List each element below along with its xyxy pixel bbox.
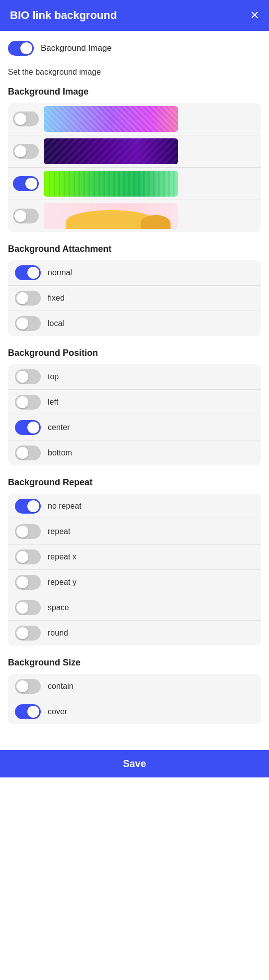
attachment-normal-label: normal	[48, 268, 72, 277]
size-contain-toggle[interactable]	[15, 679, 41, 694]
position-top-label: top	[48, 372, 59, 381]
position-bottom-toggle[interactable]	[15, 445, 41, 460]
repeat-option-space[interactable]: space	[8, 595, 261, 621]
position-center-label: center	[48, 423, 70, 432]
save-button[interactable]: Save	[8, 758, 261, 769]
image-2-toggle[interactable]	[13, 144, 39, 159]
repeat-repeat-x-toggle[interactable]	[15, 549, 41, 564]
page-title: BIO link background	[10, 9, 117, 22]
repeat-option-repeat[interactable]: repeat	[8, 519, 261, 544]
repeat-option-no-repeat[interactable]: no repeat	[8, 494, 261, 519]
background-size-heading: Background Size	[8, 657, 261, 668]
repeat-repeat-y-label: repeat y	[48, 578, 77, 587]
background-attachment-heading: Background Attachment	[8, 244, 261, 254]
background-image-toggle[interactable]	[8, 41, 34, 56]
attachment-fixed-toggle[interactable]	[15, 291, 41, 306]
repeat-round-toggle[interactable]	[15, 626, 41, 641]
image-1-toggle[interactable]	[13, 111, 39, 126]
size-cover-label: cover	[48, 707, 67, 716]
size-option-cover[interactable]: cover	[8, 699, 261, 724]
background-attachment-group: normal fixed local	[8, 260, 261, 336]
repeat-repeat-y-toggle[interactable]	[15, 575, 41, 590]
background-image-toggle-row: Background Image	[8, 41, 261, 56]
close-button[interactable]: ✕	[250, 10, 259, 21]
background-repeat-heading: Background Repeat	[8, 477, 261, 488]
image-options-group	[8, 103, 261, 232]
img-4-shape	[66, 210, 156, 229]
attachment-option-normal[interactable]: normal	[8, 260, 261, 286]
position-option-bottom[interactable]: bottom	[8, 440, 261, 465]
repeat-option-round[interactable]: round	[8, 621, 261, 646]
image-4-toggle[interactable]	[13, 209, 39, 223]
image-preview-4	[44, 203, 178, 229]
image-3-toggle[interactable]	[13, 176, 39, 191]
image-preview-3	[44, 171, 178, 197]
section-subtitle: Set the background image	[8, 68, 261, 77]
attachment-local-label: local	[48, 319, 64, 328]
size-cover-toggle[interactable]	[15, 704, 41, 719]
position-center-toggle[interactable]	[15, 420, 41, 435]
attachment-local-toggle[interactable]	[15, 316, 41, 331]
position-option-top[interactable]: top	[8, 364, 261, 390]
attachment-normal-toggle[interactable]	[15, 265, 41, 280]
background-image-heading: Background Image	[8, 87, 261, 97]
repeat-no-repeat-label: no repeat	[48, 502, 82, 511]
image-option-3[interactable]	[8, 168, 261, 200]
repeat-option-repeat-x[interactable]: repeat x	[8, 544, 261, 570]
background-image-toggle-label: Background Image	[41, 43, 112, 53]
main-content: Background Image Set the background imag…	[0, 31, 269, 746]
size-contain-label: contain	[48, 682, 74, 691]
position-option-left[interactable]: left	[8, 390, 261, 415]
position-top-toggle[interactable]	[15, 369, 41, 384]
background-repeat-group: no repeat repeat repeat x repeat y space	[8, 494, 261, 646]
image-option-2[interactable]	[8, 135, 261, 168]
position-bottom-label: bottom	[48, 448, 72, 457]
repeat-round-label: round	[48, 629, 68, 638]
image-preview-2	[44, 138, 178, 164]
repeat-repeat-label: repeat	[48, 527, 70, 536]
background-position-group: top left center bottom	[8, 364, 261, 465]
repeat-option-repeat-y[interactable]: repeat y	[8, 570, 261, 595]
repeat-space-label: space	[48, 603, 69, 612]
attachment-option-fixed[interactable]: fixed	[8, 286, 261, 311]
image-preview-1	[44, 106, 178, 132]
size-option-contain[interactable]: contain	[8, 674, 261, 699]
position-left-toggle[interactable]	[15, 395, 41, 410]
image-option-4[interactable]	[8, 200, 261, 232]
repeat-no-repeat-toggle[interactable]	[15, 499, 41, 514]
repeat-space-toggle[interactable]	[15, 600, 41, 615]
position-option-center[interactable]: center	[8, 415, 261, 440]
position-left-label: left	[48, 398, 58, 407]
attachment-fixed-label: fixed	[48, 294, 65, 303]
background-position-heading: Background Position	[8, 348, 261, 358]
save-bar: Save	[0, 750, 269, 777]
image-option-1[interactable]	[8, 103, 261, 135]
attachment-option-local[interactable]: local	[8, 311, 261, 336]
background-size-group: contain cover	[8, 674, 261, 724]
repeat-repeat-x-label: repeat x	[48, 552, 77, 561]
header: BIO link background ✕	[0, 0, 269, 31]
repeat-repeat-toggle[interactable]	[15, 524, 41, 539]
